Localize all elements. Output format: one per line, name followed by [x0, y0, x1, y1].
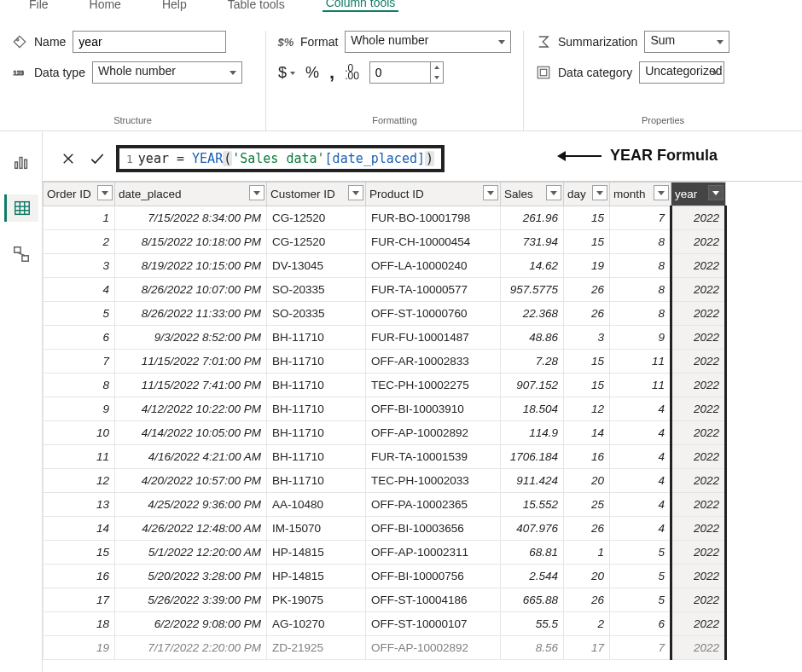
cell-order_id[interactable]: 13: [44, 493, 115, 517]
cancel-formula-button[interactable]: [58, 148, 78, 169]
cell-product_id[interactable]: FUR-FU-10001487: [366, 326, 501, 350]
cell-sales[interactable]: 907.152: [501, 374, 564, 397]
cell-customer_id[interactable]: BH-11710: [267, 374, 366, 397]
cell-year[interactable]: 2022: [671, 588, 726, 612]
cell-year[interactable]: 2022: [671, 397, 726, 421]
cell-month[interactable]: 9: [610, 326, 671, 350]
column-header-product_id[interactable]: Product ID: [366, 182, 501, 206]
cell-month[interactable]: 11: [610, 350, 671, 374]
cell-order_id[interactable]: 10: [44, 421, 115, 445]
cell-month[interactable]: 4: [610, 421, 671, 445]
column-header-year[interactable]: year: [671, 182, 726, 206]
cell-date_placed[interactable]: 11/15/2022 7:41:00 PM: [115, 374, 267, 397]
cell-customer_id[interactable]: ZD-21925: [267, 636, 366, 660]
cell-date_placed[interactable]: 7/17/2022 2:20:00 PM: [115, 636, 267, 660]
cell-product_id[interactable]: OFF-ST-10004186: [366, 588, 501, 612]
cell-day[interactable]: 12: [564, 397, 610, 421]
cell-year[interactable]: 2022: [671, 278, 726, 302]
table-row[interactable]: 94/12/2022 10:22:00 PMBH-11710OFF-BI-100…: [44, 397, 726, 421]
cell-customer_id[interactable]: SO-20335: [267, 302, 366, 326]
cell-customer_id[interactable]: BH-11710: [267, 469, 366, 493]
cell-order_id[interactable]: 18: [44, 612, 115, 636]
cell-order_id[interactable]: 6: [44, 326, 115, 350]
cell-order_id[interactable]: 9: [44, 397, 115, 421]
cell-order_id[interactable]: 15: [44, 541, 115, 565]
column-header-sales[interactable]: Sales: [501, 182, 564, 206]
cell-year[interactable]: 2022: [671, 517, 726, 541]
cell-product_id[interactable]: OFF-BI-10003656: [366, 517, 501, 541]
cell-order_id[interactable]: 7: [44, 350, 115, 374]
cell-customer_id[interactable]: AG-10270: [267, 612, 366, 636]
cell-year[interactable]: 2022: [671, 254, 726, 278]
cell-month[interactable]: 4: [610, 517, 671, 541]
cell-date_placed[interactable]: 9/3/2022 8:52:00 PM: [115, 326, 267, 350]
cell-customer_id[interactable]: HP-14815: [267, 541, 366, 565]
table-row[interactable]: 155/1/2022 12:20:00 AMHP-14815OFF-AP-100…: [44, 541, 726, 565]
cell-sales[interactable]: 911.424: [501, 469, 564, 493]
cell-month[interactable]: 8: [610, 254, 671, 278]
cell-date_placed[interactable]: 8/19/2022 10:15:00 PM: [115, 254, 267, 278]
cell-order_id[interactable]: 11: [44, 445, 115, 469]
cell-sales[interactable]: 48.86: [501, 326, 564, 350]
tab-help[interactable]: Help: [159, 0, 190, 12]
table-row[interactable]: 165/20/2022 3:28:00 PMHP-14815OFF-BI-100…: [44, 565, 726, 588]
thousands-button[interactable]: ,: [329, 61, 334, 84]
cell-customer_id[interactable]: BH-11710: [267, 326, 366, 350]
cell-year[interactable]: 2022: [671, 565, 726, 588]
cell-year[interactable]: 2022: [671, 493, 726, 517]
column-header-date_placed[interactable]: date_placed: [115, 182, 267, 206]
cell-order_id[interactable]: 8: [44, 374, 115, 397]
cell-date_placed[interactable]: 5/26/2022 3:39:00 PM: [115, 588, 267, 612]
column-filter-button[interactable]: [348, 185, 363, 200]
table-row[interactable]: 197/17/2022 2:20:00 PMZD-21925OFF-AP-100…: [44, 636, 726, 660]
cell-customer_id[interactable]: BH-11710: [267, 445, 366, 469]
cell-product_id[interactable]: OFF-BI-10003910: [366, 397, 501, 421]
cell-customer_id[interactable]: IM-15070: [267, 517, 366, 541]
cell-sales[interactable]: 68.81: [501, 541, 564, 565]
table-row[interactable]: 811/15/2022 7:41:00 PMBH-11710TEC-PH-100…: [44, 374, 726, 397]
decimal-places-spinner[interactable]: [369, 61, 444, 84]
cell-date_placed[interactable]: 7/15/2022 8:34:00 PM: [115, 206, 267, 230]
cell-month[interactable]: 8: [610, 278, 671, 302]
report-view-button[interactable]: [4, 148, 38, 176]
cell-day[interactable]: 26: [564, 517, 610, 541]
cell-customer_id[interactable]: CG-12520: [267, 206, 366, 230]
cell-customer_id[interactable]: BH-11710: [267, 397, 366, 421]
cell-customer_id[interactable]: BH-11710: [267, 421, 366, 445]
cell-date_placed[interactable]: 5/1/2022 12:20:00 AM: [115, 541, 267, 565]
table-row[interactable]: 104/14/2022 10:05:00 PMBH-11710OFF-AP-10…: [44, 421, 726, 445]
cell-month[interactable]: 4: [610, 469, 671, 493]
table-row[interactable]: 58/26/2022 11:33:00 PMSO-20335OFF-ST-100…: [44, 302, 726, 326]
cell-sales[interactable]: 665.88: [501, 588, 564, 612]
tab-file[interactable]: File: [26, 0, 52, 12]
cell-date_placed[interactable]: 5/20/2022 3:28:00 PM: [115, 565, 267, 588]
cell-day[interactable]: 26: [564, 588, 610, 612]
cell-order_id[interactable]: 2: [44, 230, 115, 254]
cell-month[interactable]: 5: [610, 588, 671, 612]
spinner-up[interactable]: [431, 62, 443, 72]
cell-date_placed[interactable]: 4/16/2022 4:21:00 AM: [115, 445, 267, 469]
cell-day[interactable]: 19: [564, 254, 610, 278]
cell-year[interactable]: 2022: [671, 636, 726, 660]
cell-day[interactable]: 3: [564, 326, 610, 350]
table-row[interactable]: 711/15/2022 7:01:00 PMBH-11710OFF-AR-100…: [44, 350, 726, 374]
cell-product_id[interactable]: FUR-BO-10001798: [366, 206, 501, 230]
cell-day[interactable]: 15: [564, 230, 610, 254]
cell-month[interactable]: 11: [610, 374, 671, 397]
column-header-customer_id[interactable]: Customer ID: [267, 182, 366, 206]
cell-month[interactable]: 5: [610, 565, 671, 588]
name-input[interactable]: [73, 31, 226, 53]
table-row[interactable]: 48/26/2022 10:07:00 PMSO-20335FUR-TA-100…: [44, 278, 726, 302]
cell-date_placed[interactable]: 11/15/2022 7:01:00 PM: [115, 350, 267, 374]
table-row[interactable]: 28/15/2022 10:18:00 PMCG-12520FUR-CH-100…: [44, 230, 726, 254]
cell-day[interactable]: 20: [564, 469, 610, 493]
cell-year[interactable]: 2022: [671, 374, 726, 397]
formula-editor[interactable]: 1 year = YEAR('Sales data'[date_placed]): [116, 145, 445, 172]
cell-product_id[interactable]: OFF-ST-10000107: [366, 612, 501, 636]
cell-month[interactable]: 7: [610, 636, 671, 660]
cell-sales[interactable]: 55.5: [501, 612, 564, 636]
cell-day[interactable]: 25: [564, 493, 610, 517]
cell-month[interactable]: 4: [610, 493, 671, 517]
cell-date_placed[interactable]: 4/14/2022 10:05:00 PM: [115, 421, 267, 445]
cell-product_id[interactable]: TEC-PH-10002275: [366, 374, 501, 397]
